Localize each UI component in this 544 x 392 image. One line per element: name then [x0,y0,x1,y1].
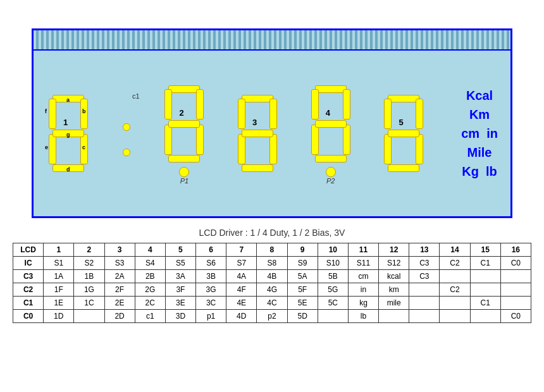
cell-r2-c6: 3G [196,283,226,297]
cell-r0-c14: C2 [440,257,470,270]
digit-4-area: 4 P2 [309,83,353,185]
cell-r1-c6: 3B [196,270,226,283]
digit-3-number: 3 [252,118,257,127]
cell-r0-c1: S1 [44,257,74,270]
table-row-4: C01D2Dc13Dp14Dp25DlbC0 [13,310,531,323]
table-row-3: C11E1C2E2C3E3C4E4C5E5CkgmileC1 [13,297,531,310]
seg-4c [343,125,350,155]
header-col-15: 15 [470,243,500,257]
cell-r2-c12: km [379,283,409,297]
p1-label: P1 [162,177,206,185]
seg-5d [388,164,419,172]
unit-kg-lb: Kg lb [462,163,497,180]
digit-3-area: 3 [235,92,280,175]
header-col-6: 6 [196,243,226,257]
cell-r4-c13 [409,310,440,323]
table-row-1: C31A1B2A2B3A3B4A4B5A5BcmkcalC3 [13,270,531,283]
cell-r3-c15: C1 [470,297,500,310]
cell-r4-c15 [470,310,500,323]
header-col-7: 7 [226,243,257,257]
pin-table: LCD12345678910111213141516ICS1S2S3S4S5S6… [13,243,531,323]
cell-r2-c10: 5G [318,283,348,297]
col-8: 8 [244,0,271,1]
cell-r1-c11: cm [348,270,378,283]
label-a: a [66,97,70,103]
cell-r1-c8: 4B [257,270,287,283]
digit-2: 2 [162,83,206,165]
seg-4b [343,89,350,119]
col-6: 6 [184,0,212,1]
header-col-14: 14 [440,243,470,257]
header-col-10: 10 [318,243,348,257]
cell-r0-c2: S2 [74,257,104,270]
cell-r4-c10 [318,310,348,323]
cell-r1-c13: C3 [409,270,440,283]
colon-area: c1 [120,102,133,165]
col-15: 15 [451,0,479,1]
seg-4g [315,120,347,128]
header-col-13: 13 [409,243,440,257]
colon [123,114,130,165]
seg-3a [242,95,273,102]
cell-r2-c14: C2 [440,283,470,297]
cell-r3-c1: 1E [44,297,74,310]
header-col-3: 3 [104,243,135,257]
seg-2a [168,85,200,93]
seg-1f [49,99,56,129]
cell-r2-c11: in [348,283,378,297]
seg-3e [238,134,245,164]
cell-r0-c8: S8 [257,257,287,270]
cell-r1-c16 [500,270,531,283]
unit-km: Km [469,106,490,123]
cell-r1-c0: C3 [13,270,44,283]
seg-2d [168,155,200,162]
seg-5c [416,134,423,164]
unit-cm-in: cm in [461,125,498,142]
cell-r0-c11: S11 [348,257,378,270]
seg-5e [384,134,392,164]
colon-dot-bottom [123,149,130,156]
header-col-9: 9 [287,243,318,257]
cell-r0-c9: S9 [287,257,318,270]
cell-r4-c5: 3D [165,310,195,323]
cell-r1-c15 [470,270,500,283]
col-11: 11 [332,0,360,1]
cell-r0-c4: S4 [135,257,165,270]
col-4: 4 [125,0,152,1]
cell-r3-c8: 4C [257,297,287,310]
col-10: 10 [302,0,330,1]
cell-r1-c5: 3A [165,270,195,283]
seg-3g [242,130,273,137]
cell-r4-c0: C0 [13,310,44,323]
seg-2e [164,125,172,155]
col-16: 16 [481,0,509,1]
label-g: g [66,132,70,138]
seg-1e [49,134,56,164]
cell-r2-c9: 5F [287,283,318,297]
col-3: 3 [95,0,123,1]
seg-4a [315,85,347,93]
column-numbers: 1 2 3 4 5 6 7 8 9 10 11 12 13 14 15 16 [32,0,512,1]
seg-3f [238,99,245,129]
header-col-16: 16 [500,243,531,257]
cell-r4-c3: 2D [104,310,135,323]
units-panel: Kcal Km cm in Mile Kg lb [461,87,498,180]
cell-r4-c8: p2 [257,310,287,323]
col-1: 1 [35,0,63,1]
cell-r2-c16 [500,283,531,297]
label-c: c [82,144,85,150]
cell-r3-c0: C1 [13,297,44,310]
cell-r4-c14 [440,310,470,323]
cell-r2-c13 [409,283,440,297]
seg-3b [269,99,277,129]
seg-4f [311,89,319,119]
table-section: LCD Driver : 1 / 4 Duty, 1 / 2 Bias, 3V … [13,228,531,323]
digit-2-area: 2 P1 [162,83,206,185]
seg-3d [242,164,273,172]
seg-2g [168,120,200,128]
header-col-12: 12 [379,243,409,257]
p1-dot [179,167,189,177]
cell-r3-c11: kg [348,297,378,310]
digit-5-number: 5 [399,118,403,127]
cell-r4-c16: C0 [500,310,531,323]
